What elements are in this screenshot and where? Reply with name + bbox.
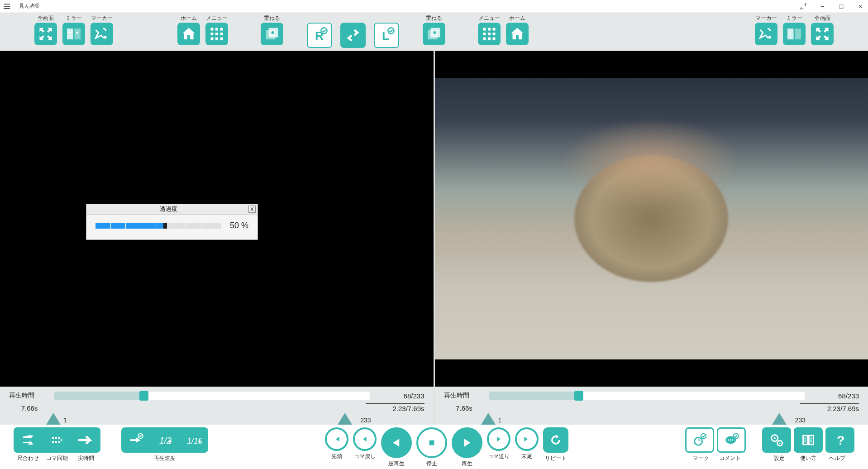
right-frame-count: 68/233	[809, 392, 859, 400]
right-timeline-thumb[interactable]	[574, 391, 583, 401]
left-timeline-thumb[interactable]	[139, 391, 148, 401]
matsubi-button[interactable]	[515, 427, 539, 451]
right-timeline: 再生時間 68/233 7.66s 2.23/7.69s 1 233	[435, 387, 868, 425]
speed-label: 再生速度	[150, 455, 179, 462]
right-pane: 再生時間 68/233 7.66s 2.23/7.69s 1 233	[435, 51, 868, 425]
right-end-marker-icon[interactable]	[772, 413, 787, 425]
sentou-button[interactable]	[325, 427, 348, 451]
komamodoshi-button[interactable]	[353, 427, 377, 451]
svg-rect-12	[215, 38, 218, 40]
right-current-time: 7.66s	[444, 404, 485, 412]
left-start-marker-label: 1	[63, 416, 67, 424]
svg-rect-29	[493, 33, 496, 35]
playback-controls: 先頭 コマ戻し 逆再生 停止 再生 コマ送り 末尾 リピート	[325, 427, 568, 468]
right-video-view[interactable]	[435, 51, 868, 387]
opacity-dialog: 透過度X 50 %	[86, 204, 258, 240]
repeat-button[interactable]	[543, 427, 568, 453]
mark-button[interactable]	[685, 427, 714, 453]
right-playtime-label: 再生時間	[444, 392, 485, 400]
right-duration: 2.23/7.69s	[800, 403, 859, 412]
speed-1x-button[interactable]	[121, 427, 150, 453]
home-left-button[interactable]	[177, 23, 200, 45]
settings-button[interactable]	[762, 427, 791, 453]
marker-left-label: マーカー	[91, 14, 113, 22]
right-end-marker-label: 233	[795, 416, 806, 424]
overlay-left-button[interactable]	[261, 23, 283, 45]
comment-button[interactable]	[717, 427, 746, 453]
svg-point-23	[434, 31, 436, 34]
menu-left-label: メニュー	[206, 14, 228, 22]
left-timeline-track[interactable]	[54, 392, 370, 400]
marker-right-button[interactable]	[755, 23, 777, 45]
fullscreen-right-button[interactable]	[811, 23, 834, 45]
matsubi-label: 末尾	[521, 453, 532, 460]
svg-point-45	[732, 440, 733, 441]
komadouki-button[interactable]	[43, 427, 72, 453]
speed-tenth-button[interactable]: 1/10	[179, 427, 208, 453]
svg-rect-32	[493, 38, 496, 40]
window-expand-icon[interactable]	[799, 2, 807, 10]
mirror-left-button[interactable]	[62, 23, 85, 45]
l-check-button[interactable]: L	[374, 23, 399, 48]
left-start-marker-icon[interactable]	[46, 413, 61, 425]
r-check-button[interactable]: R	[307, 23, 332, 48]
help-label: ヘルプ	[823, 455, 852, 462]
right-timeline-track[interactable]	[489, 392, 805, 400]
marker-left-button[interactable]	[91, 23, 113, 45]
svg-rect-13	[220, 38, 223, 40]
opacity-dialog-close-icon[interactable]: X	[248, 206, 256, 213]
menu-left-button[interactable]	[205, 23, 228, 45]
teishi-label: 停止	[426, 460, 437, 468]
svg-rect-39	[429, 440, 434, 445]
jitsujikan-button[interactable]	[72, 427, 100, 453]
left-timeline: 再生時間 68/233 7.66s 2.23/7.69s 1 233	[0, 387, 434, 425]
home-right-button[interactable]	[506, 23, 529, 45]
svg-rect-25	[488, 28, 491, 31]
video-area: 透過度X 50 % 再生時間 68/233 7.66s 2.23/7.69s	[0, 51, 868, 425]
komaokuri-button[interactable]	[487, 427, 510, 451]
usage-button[interactable]	[794, 427, 823, 453]
swap-button[interactable]	[340, 23, 366, 48]
teishi-button[interactable]	[416, 427, 447, 458]
right-start-marker-label: 1	[498, 416, 502, 424]
help-button[interactable]: ?	[825, 427, 854, 453]
gyakusaisei-button[interactable]	[381, 427, 412, 458]
shakuawase-button[interactable]	[14, 427, 43, 453]
svg-rect-34	[787, 29, 794, 39]
window-close-icon[interactable]: ×	[856, 2, 864, 10]
left-video-view[interactable]: 透過度X 50 %	[0, 51, 434, 387]
mirror-right-button[interactable]	[783, 23, 806, 45]
svg-rect-24	[483, 28, 486, 31]
komamodoshi-label: コマ戻し	[354, 453, 376, 460]
left-end-marker-icon[interactable]	[338, 413, 352, 425]
menu-right-button[interactable]	[478, 23, 501, 45]
svg-point-48	[774, 437, 776, 439]
fullscreen-right-label: 全画面	[814, 14, 830, 22]
svg-point-3	[76, 32, 78, 34]
komadouki-label: コマ同期	[43, 455, 72, 462]
svg-rect-5	[211, 28, 214, 31]
fullscreen-left-label: 全画面	[38, 14, 54, 22]
svg-point-43	[728, 440, 730, 441]
opacity-slider[interactable]	[95, 223, 221, 229]
window-minimize-icon[interactable]: −	[818, 2, 826, 10]
hamburger-menu-icon[interactable]	[4, 2, 13, 11]
titlebar: 見ん者® − □ ×	[0, 0, 868, 13]
overlay-right-button[interactable]	[423, 23, 445, 45]
fullscreen-left-button[interactable]	[34, 23, 57, 45]
svg-rect-30	[483, 38, 486, 40]
speed-half-button[interactable]: 1/2	[150, 427, 179, 453]
window-maximize-icon[interactable]: □	[837, 2, 845, 10]
bottom-bar: 尺合わせ コマ同期 実時間 1/2 1/10 再生速度 先頭 コマ戻し 逆再生 …	[0, 425, 868, 469]
saisei-button[interactable]	[452, 427, 482, 458]
svg-rect-35	[795, 29, 801, 39]
sentou-label: 先頭	[331, 453, 342, 460]
svg-text:?: ?	[837, 433, 844, 447]
right-start-marker-icon[interactable]	[481, 413, 496, 425]
app-title: 見ん者®	[19, 2, 39, 10]
svg-point-50	[779, 442, 780, 444]
home-right-label: ホーム	[509, 14, 525, 22]
right-video-frame	[435, 78, 868, 359]
overlay-left-label: 重ねる	[264, 14, 280, 22]
svg-point-33	[768, 36, 771, 39]
